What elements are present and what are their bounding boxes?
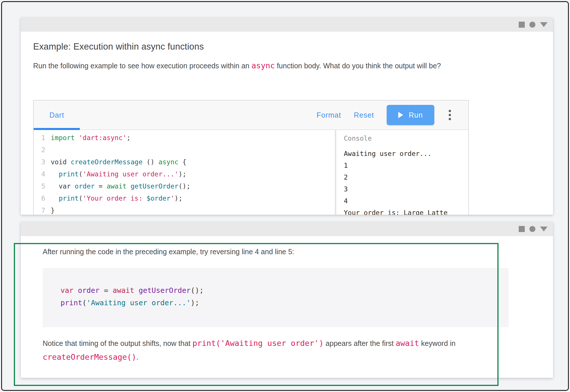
text-run: Run the following example to see how exe… (33, 62, 251, 70)
inline-code: print('Awaiting user order') (192, 339, 324, 348)
console-line: 3 (344, 183, 468, 195)
line-number: 7 (34, 204, 45, 215)
window2-content: After running the code in the preceding … (21, 236, 553, 378)
window-triangle-down-icon (540, 22, 548, 27)
code-token: var (51, 182, 75, 190)
page-title: Example: Execution within async function… (33, 42, 204, 52)
dartpad-embed: Dart Format Reset Run 1import 'dart:asyn… (33, 100, 469, 215)
window2-titlebar (21, 222, 553, 236)
code-token: ( (79, 195, 83, 202)
code-token: void (51, 158, 71, 166)
window-square-icon (519, 226, 525, 232)
run-button-label: Run (409, 111, 423, 119)
code-token: = (95, 182, 107, 190)
code-token: await (107, 182, 127, 190)
code-line: 7} (34, 204, 335, 215)
dartpad-toolbar: Dart Format Reset Run (34, 101, 468, 130)
code-token: async (158, 158, 178, 166)
inline-code: await (396, 339, 419, 348)
code-token: = (99, 286, 112, 295)
kebab-menu-icon[interactable] (447, 108, 453, 122)
code-token: getUserOrder (139, 286, 191, 295)
code-token: 'Awaiting user order...' (86, 299, 190, 307)
code-token: ( (82, 299, 86, 307)
code-line: 4 print('Awaiting user order...'); (34, 168, 335, 180)
code-line: var order = await getUserOrder(); (61, 284, 509, 297)
run-button[interactable]: Run (387, 105, 434, 125)
code-token: ( (79, 170, 83, 178)
code-token (51, 195, 59, 202)
code-token: ' (170, 195, 174, 202)
code-token (134, 286, 139, 295)
code-token: await (113, 286, 134, 295)
code-token: { (178, 158, 186, 166)
dartpad-actions: Format Reset Run (317, 101, 453, 129)
code-token: (); (178, 182, 190, 190)
code-token: ); (174, 195, 182, 202)
reset-button[interactable]: Reset (354, 111, 374, 119)
tab-dart[interactable]: Dart (34, 101, 80, 129)
code-token: ); (178, 170, 186, 178)
console-output: Awaiting user order...1234Your order is:… (344, 148, 468, 215)
text-run: appears after the first (324, 339, 396, 347)
code-token: print (59, 195, 79, 202)
code-token (75, 134, 79, 142)
code-token: 'Awaiting user order...' (83, 170, 178, 178)
line-number: 5 (34, 180, 45, 192)
console-line: Your order is: Large Latte (344, 207, 468, 215)
code-token: createOrderMessage (71, 158, 142, 166)
code-token: ; (127, 134, 131, 142)
text-run: Notice that timing of the output shifts,… (43, 339, 192, 347)
instructions-window: After running the code in the preceding … (21, 222, 553, 378)
code-line: 6 print('Your order is: $order'); (34, 192, 335, 204)
play-icon (398, 112, 403, 118)
code-block: var order = await getUserOrder();print('… (43, 268, 509, 327)
code-token: import (51, 134, 75, 142)
dartpad-body: 1import 'dart:async';23void createOrderM… (34, 130, 468, 215)
window-circle-icon (529, 22, 535, 28)
code-line: 1import 'dart:async'; (34, 132, 335, 144)
code-token (127, 182, 131, 190)
instruction-paragraph: After running the code in the preceding … (43, 248, 294, 256)
code-token: } (51, 207, 55, 214)
notice-paragraph: Notice that timing of the output shifts,… (43, 336, 492, 364)
line-number: 6 (34, 192, 45, 204)
code-token: order (78, 286, 99, 295)
code-token: ); (191, 299, 199, 307)
line-number: 1 (34, 132, 45, 144)
console-header: Console (344, 134, 468, 143)
line-number: 3 (34, 156, 45, 168)
text-run: . (136, 353, 138, 361)
code-line: 3void createOrderMessage () async { (34, 156, 335, 168)
console-panel: Console Awaiting user order...1234Your o… (336, 130, 468, 215)
line-number: 4 (34, 168, 45, 180)
code-token: var (61, 286, 73, 295)
window-triangle-down-icon (540, 227, 548, 231)
inline-code: async (251, 61, 275, 70)
code-token: print (61, 299, 82, 307)
code-token: 'dart:async' (79, 134, 127, 142)
code-token: 'Your order is: (83, 195, 147, 202)
window1-titlebar (21, 18, 553, 32)
window1-content: Example: Execution within async function… (21, 32, 553, 215)
code-token: print (59, 170, 79, 178)
code-token (73, 286, 78, 295)
code-line: 2 (34, 144, 335, 156)
dartpad-doc-window: Example: Execution within async function… (21, 18, 553, 215)
format-button[interactable]: Format (317, 111, 341, 119)
code-token: () (143, 158, 158, 166)
console-line: 1 (344, 160, 468, 171)
text-run: function body. What do you think the out… (275, 62, 441, 70)
code-token: order (75, 182, 95, 190)
window-square-icon (519, 22, 525, 28)
code-editor[interactable]: 1import 'dart:async';23void createOrderM… (34, 130, 335, 215)
inline-code: createOrderMessage() (43, 353, 136, 361)
text-run: keyword in (419, 339, 455, 347)
code-line: 5 var order = await getUserOrder(); (34, 180, 335, 192)
code-token: $order (146, 195, 170, 202)
intro-paragraph: Run the following example to see how exe… (33, 59, 468, 72)
window1-controls (519, 18, 548, 32)
console-line: Awaiting user order... (344, 148, 468, 160)
window2-controls (519, 222, 548, 236)
code-token: (); (191, 286, 204, 295)
